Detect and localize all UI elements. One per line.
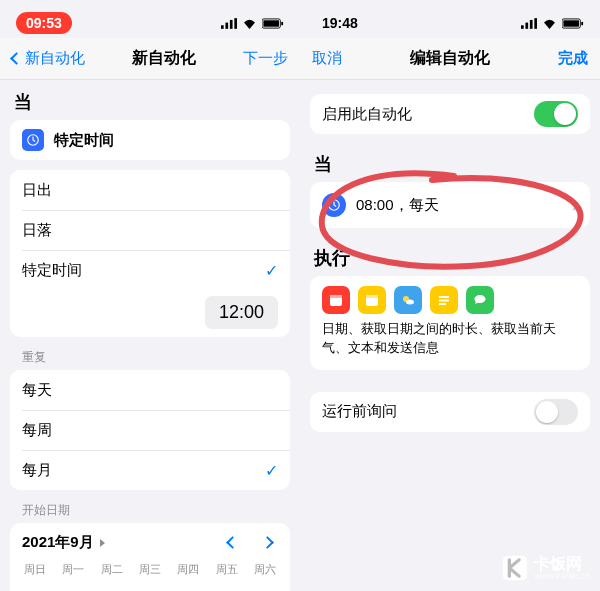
svg-rect-13 [563,20,579,26]
svg-rect-9 [525,22,528,28]
calendar-grid: 周日 周一 周二 周三 周四 周五 周六 1 2 3 4 [10,558,290,591]
weekday-label: 周日 [16,558,54,581]
chevron-right-icon [568,199,579,210]
action-icons-row [310,276,590,320]
svg-rect-0 [221,25,224,29]
calendar-prev-button[interactable] [226,536,239,549]
enable-automation-row: 启用此自动化 [310,94,590,134]
svg-rect-10 [530,19,533,28]
calendar-day[interactable]: 4 [246,581,284,591]
enable-toggle[interactable] [534,101,578,127]
specific-time-selected-row[interactable]: 特定时间 [10,120,290,160]
status-bar-left: 09:53 [0,0,300,38]
when-header: 当 [300,134,600,182]
actions-description: 日期、获取日期之间的时长、获取当前天气、文本和发送信息 [310,320,590,370]
svg-rect-17 [330,295,342,298]
svg-rect-5 [263,20,279,26]
svg-rect-22 [439,296,449,298]
repeat-weekly-row[interactable]: 每周 [10,410,290,450]
checkmark-icon: ✓ [265,261,278,280]
calendar-day[interactable]: 3 [207,581,245,591]
wifi-icon [542,18,557,29]
signal-icon [221,18,237,29]
specific-time-row[interactable]: 特定时间 ✓ [10,250,290,290]
calendar-icon [322,286,350,314]
nav-title: 编辑自动化 [410,48,490,69]
sunset-row[interactable]: 日落 [10,210,290,250]
status-bar-right: 19:48 [300,0,600,38]
wifi-icon [242,18,257,29]
weekday-label: 周六 [246,558,284,581]
calendar-day[interactable] [16,581,54,591]
svg-rect-24 [439,303,446,305]
calendar-card: 2021年9月 周日 周一 周二 周三 周四 周五 周六 [10,523,290,591]
repeat-card: 每天 每周 每月 ✓ [10,370,290,490]
text-icon [430,286,458,314]
time-of-day-card: 特定时间 [10,120,290,160]
svg-rect-14 [581,21,583,25]
nav-back-button[interactable]: 新自动化 [12,49,85,68]
time-picker-row: 12:00 [10,290,290,337]
status-time-recording: 09:53 [16,12,72,34]
repeat-monthly-row[interactable]: 每月 ✓ [10,450,290,490]
calendar-day[interactable] [93,581,131,591]
weekday-label: 周四 [169,558,207,581]
watermark: 卡饭网 www.kafan.cn [502,555,590,581]
do-header: 执行 [300,228,600,276]
clock-icon [22,129,44,151]
messages-icon [466,286,494,314]
weekday-label: 周一 [54,558,92,581]
left-phone: 09:53 新自动化 新自动化 下一步 当 [0,0,300,591]
time-picker[interactable]: 12:00 [205,296,278,329]
kafan-logo-icon [502,555,528,581]
calendar-next-button[interactable] [261,536,274,549]
specific-time-label: 特定时间 [54,131,278,150]
svg-point-21 [406,300,414,305]
signal-icon [521,18,537,29]
battery-icon [562,18,584,29]
when-card: 08:00，每天 [310,182,590,228]
chevron-left-icon [10,52,23,65]
sunrise-row[interactable]: 日出 [10,170,290,210]
repeat-daily-row[interactable]: 每天 [10,370,290,410]
when-time-row[interactable]: 08:00，每天 [310,182,590,228]
right-phone: 19:48 取消 编辑自动化 完成 启用此自动化 [300,0,600,591]
svg-rect-8 [521,25,524,29]
weekday-label: 周三 [131,558,169,581]
clock-icon [322,193,346,217]
svg-rect-1 [225,22,228,28]
svg-rect-25 [503,556,527,580]
repeat-header: 重复 [0,337,300,370]
weekday-label: 周二 [93,558,131,581]
calendar2-icon [358,286,386,314]
battery-icon [262,18,284,29]
enable-automation-card: 启用此自动化 [310,94,590,134]
svg-rect-11 [534,18,537,29]
actions-card[interactable]: 日期、获取日期之间的时长、获取当前天气、文本和发送信息 [310,276,590,370]
nav-bar-right: 取消 编辑自动化 完成 [300,38,600,80]
svg-rect-19 [366,295,378,298]
status-time: 19:48 [316,15,358,31]
watermark-brand: 卡饭网 [534,556,590,572]
svg-rect-6 [281,21,283,25]
triangle-right-icon [100,539,105,547]
calendar-day[interactable] [54,581,92,591]
ask-before-row: 运行前询问 [310,392,590,432]
weekday-label: 周五 [207,558,245,581]
nav-bar-left: 新自动化 新自动化 下一步 [0,38,300,80]
svg-rect-3 [234,18,237,29]
when-header: 当 [0,80,300,120]
ask-before-toggle[interactable] [534,399,578,425]
nav-next-button[interactable]: 下一步 [243,49,288,68]
nav-done-button[interactable]: 完成 [558,49,588,68]
calendar-day[interactable]: 2 [169,581,207,591]
calendar-month-button[interactable]: 2021年9月 [22,533,105,552]
when-time-label: 08:00，每天 [356,196,570,215]
svg-rect-23 [439,300,449,302]
calendar-day[interactable]: 1 [131,581,169,591]
weather-icon [394,286,422,314]
checkmark-icon: ✓ [265,461,278,480]
nav-cancel-button[interactable]: 取消 [312,49,342,68]
time-options-card: 日出 日落 特定时间 ✓ 12:00 [10,170,290,337]
svg-rect-2 [230,19,233,28]
